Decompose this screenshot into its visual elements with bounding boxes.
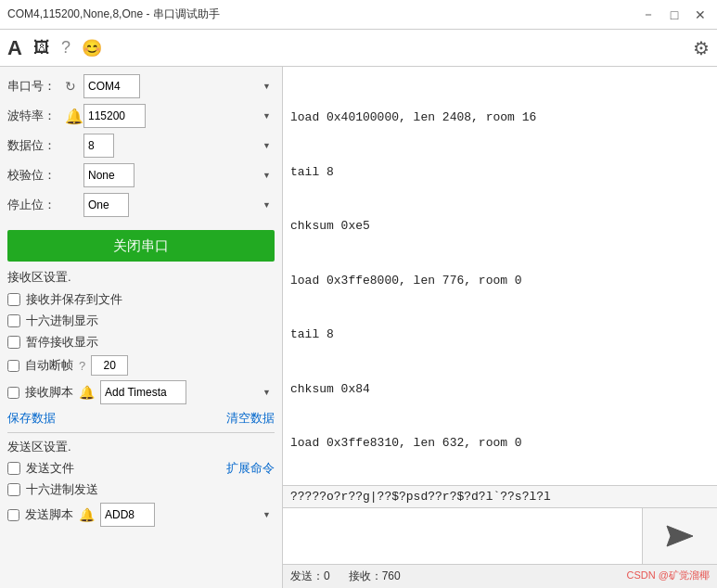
watermark: CSDN @矿觉溜椰 — [627, 569, 710, 582]
pause-recv-label: 暂停接收显示 — [26, 334, 98, 351]
svg-marker-0 — [667, 526, 693, 546]
save-to-file-row: 接收并保存到文件 — [7, 291, 275, 308]
send-settings-title: 发送区设置. — [7, 439, 275, 455]
hex-display-checkbox[interactable] — [7, 314, 20, 327]
stopbits-select[interactable]: One — [83, 193, 129, 217]
send-script-select[interactable]: ADD8 — [100, 503, 155, 527]
send-script-select-wrapper: ADD8 — [100, 503, 275, 527]
help-icon[interactable]: ? — [61, 38, 70, 58]
terminal-line: load 0x3ffe8000, len 776, room 0 — [290, 272, 710, 290]
port-select-wrapper: COM4 — [83, 74, 275, 98]
recv-count: 接收：760 — [349, 569, 401, 584]
send-button[interactable] — [643, 508, 717, 564]
send-script-checkbox[interactable] — [7, 509, 19, 521]
baudrate-label: 波特率： — [7, 108, 65, 124]
hex-display-row: 十六进制显示 — [7, 313, 275, 329]
databits-select-wrapper: 8 — [83, 134, 275, 158]
send-script-icon: 🔔 — [79, 507, 95, 522]
save-to-file-label: 接收并保存到文件 — [26, 291, 122, 308]
send-script-label: 发送脚本 — [25, 506, 73, 523]
databits-row: 数据位： 8 — [7, 134, 275, 158]
terminal-line: chksum 0xe5 — [290, 217, 710, 236]
auto-break-row: 自动断帧 ? 20 — [7, 355, 275, 376]
terminal-output: load 0x40100000, len 2408, room 16 tail … — [283, 67, 717, 486]
port-select[interactable]: COM4 — [83, 74, 140, 98]
parity-label: 校验位： — [7, 167, 65, 184]
refresh-icon[interactable]: ↻ — [65, 79, 83, 94]
emoji-icon[interactable]: 😊 — [82, 38, 102, 58]
settings-gear-icon[interactable]: ⚙ — [693, 37, 710, 59]
terminal-line: load 0x3ffe8310, len 632, room 0 — [290, 434, 710, 453]
right-panel: load 0x40100000, len 2408, room 16 tail … — [283, 67, 717, 588]
expand-cmd-button[interactable]: 扩展命令 — [226, 460, 275, 477]
terminal-line: load 0x40100000, len 2408, room 16 — [290, 109, 710, 127]
port-row: 串口号： ↻ COM4 — [7, 74, 275, 98]
baudrate-select-wrapper: 115200 — [83, 104, 275, 128]
left-panel: 串口号： ↻ COM4 波特率： 🔔 115200 数据位： — [0, 67, 283, 588]
pause-recv-row: 暂停接收显示 — [7, 334, 275, 351]
send-count: 发送：0 — [290, 569, 330, 584]
stopbits-label: 停止位： — [7, 197, 65, 213]
close-port-button[interactable]: 关闭串口 — [7, 230, 275, 262]
terminal-garbled: ?????o?r??g|??$?psd??r?$?d?l`??s?l?l — [283, 486, 717, 508]
send-input[interactable] — [283, 508, 643, 564]
stopbits-row: 停止位： One — [7, 193, 275, 217]
recv-script-row: 接收脚本 🔔 Add Timesta — [7, 380, 275, 404]
auto-break-value-input[interactable]: 20 — [91, 355, 128, 376]
hex-send-row: 十六进制发送 — [7, 481, 275, 498]
terminal-line: chksum 0x84 — [290, 380, 710, 399]
save-data-button[interactable]: 保存数据 — [7, 410, 56, 427]
databits-select[interactable]: 8 — [83, 134, 114, 158]
parity-select-wrapper: None — [83, 163, 275, 187]
title-controls: － □ ✕ — [639, 6, 710, 24]
hex-send-checkbox[interactable] — [7, 483, 20, 496]
main-container: 串口号： ↻ COM4 波特率： 🔔 115200 数据位： — [0, 67, 717, 588]
databits-label: 数据位： — [7, 137, 65, 154]
toolbar-left: A 🖼 ? 😊 — [7, 36, 102, 60]
recv-settings-title: 接收区设置. — [7, 269, 275, 286]
terminal-line: tail 8 — [290, 326, 710, 344]
auto-break-help-icon[interactable]: ? — [79, 359, 85, 373]
stopbits-select-wrapper: One — [83, 193, 275, 217]
send-area — [283, 508, 717, 564]
title-bar: COM4,115200,None,8,One - 串口调试助手 － □ ✕ — [0, 0, 717, 30]
baudrate-row: 波特率： 🔔 115200 — [7, 104, 275, 128]
toolbar: A 🖼 ? 😊 ⚙ — [0, 30, 717, 67]
baudrate-select[interactable]: 115200 — [83, 104, 146, 128]
recv-script-checkbox[interactable] — [7, 387, 19, 399]
font-icon[interactable]: A — [7, 36, 22, 60]
port-label: 串口号： — [7, 78, 65, 95]
image-icon[interactable]: 🖼 — [33, 38, 50, 58]
parity-select[interactable]: None — [83, 163, 134, 187]
data-actions-row: 保存数据 清空数据 — [7, 410, 275, 427]
maximize-button[interactable]: □ — [665, 6, 684, 24]
close-button[interactable]: ✕ — [691, 6, 710, 24]
auto-break-label: 自动断帧 — [25, 357, 73, 374]
title-text: COM4,115200,None,8,One - 串口调试助手 — [7, 6, 220, 22]
recv-script-icon: 🔔 — [79, 385, 95, 400]
recv-script-select[interactable]: Add Timesta — [100, 380, 186, 404]
send-arrow-icon — [663, 522, 697, 550]
minimize-button[interactable]: － — [639, 6, 658, 24]
pause-recv-checkbox[interactable] — [7, 336, 20, 349]
divider — [7, 432, 275, 433]
clear-data-button[interactable]: 清空数据 — [226, 410, 275, 427]
auto-break-checkbox[interactable] — [7, 360, 19, 372]
terminal-line: tail 8 — [290, 163, 710, 182]
send-file-label: 发送文件 — [26, 460, 74, 477]
recv-script-label: 接收脚本 — [25, 384, 73, 401]
send-file-checkbox[interactable] — [7, 462, 20, 475]
send-script-row: 发送脚本 🔔 ADD8 — [7, 503, 275, 527]
hex-display-label: 十六进制显示 — [26, 313, 98, 329]
send-file-row: 发送文件 扩展命令 — [7, 460, 275, 477]
recv-script-select-wrapper: Add Timesta — [100, 380, 275, 404]
baudrate-icon: 🔔 — [65, 108, 83, 125]
parity-row: 校验位： None — [7, 163, 275, 187]
save-to-file-checkbox[interactable] — [7, 293, 20, 306]
hex-send-label: 十六进制发送 — [26, 481, 98, 498]
